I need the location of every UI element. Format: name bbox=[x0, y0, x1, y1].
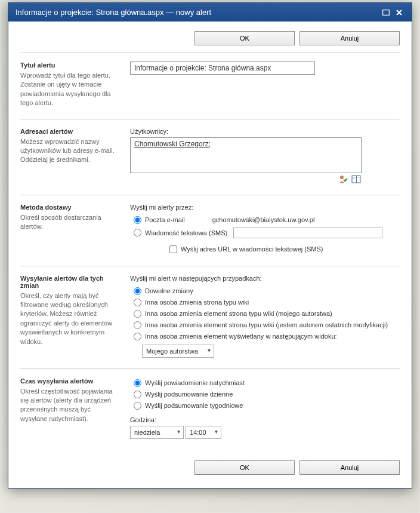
delivery-label: Wyślij mi alerty przez: bbox=[130, 204, 400, 211]
delivery-email-label: Poczta e-mail bbox=[145, 216, 185, 223]
svg-rect-4 bbox=[353, 177, 355, 177]
section-delivery: Metoda dostawy Określ sposób dostarczani… bbox=[20, 195, 400, 266]
recipients-input[interactable]: Chomutowski Grzegorz; bbox=[130, 137, 362, 173]
alert-title-input[interactable] bbox=[130, 62, 315, 75]
ok-button-top[interactable]: OK bbox=[194, 31, 295, 45]
cancel-button-top[interactable]: Anuluj bbox=[299, 31, 400, 45]
section-recipients: Adresaci alertów Możesz wprowadzić nazwy… bbox=[20, 119, 400, 195]
svg-rect-6 bbox=[357, 177, 360, 177]
dialog-body: OK Anuluj Tytuł alertu Wprowadź tytuł dl… bbox=[8, 21, 412, 488]
dialog-titlebar: Informacje o projekcie: Strona główna.as… bbox=[8, 3, 412, 21]
sms-number-input[interactable] bbox=[233, 228, 382, 238]
changes-opt5-label: Inna osoba zmienia element wyświetlany w… bbox=[145, 333, 337, 340]
hour-label: Godzina: bbox=[130, 416, 400, 423]
changes-opt3-radio[interactable] bbox=[134, 310, 141, 318]
alert-dialog: Informacje o projekcie: Strona główna.as… bbox=[8, 2, 412, 489]
delivery-email-radio[interactable] bbox=[134, 216, 141, 224]
check-names-icon[interactable] bbox=[338, 174, 348, 184]
timing-opt3-radio[interactable] bbox=[134, 402, 141, 410]
bottom-button-row: OK Anuluj bbox=[20, 460, 400, 475]
delivery-sms-label: Wiadomość tekstowa (SMS) bbox=[145, 229, 227, 236]
changes-opt4-label: Inna osoba zmienia element strona typu w… bbox=[145, 321, 388, 328]
svg-rect-3 bbox=[356, 176, 357, 183]
section-heading: Metoda dostawy bbox=[20, 204, 118, 211]
time-select[interactable]: 14:00 bbox=[186, 426, 221, 439]
dialog-title: Informacje o projekcie: Strona główna.as… bbox=[16, 8, 378, 17]
changes-opt2-label: Inna osoba zmienia strona typu wiki bbox=[145, 299, 249, 306]
section-desc: Określ, czy alerty mają być filtrowane w… bbox=[20, 291, 118, 346]
sms-url-checkbox[interactable] bbox=[169, 245, 177, 253]
section-heading: Czas wysyłania alertów bbox=[20, 377, 118, 385]
timing-opt2-label: Wyślij podsumowanie dzienne bbox=[145, 391, 233, 398]
section-heading: Tytuł alertu bbox=[20, 62, 118, 69]
section-desc: Określ sposób dostarczania alertów. bbox=[20, 213, 118, 232]
section-desc: Wprowadź tytuł dla tego alertu. Zostanie… bbox=[20, 71, 118, 108]
timing-opt2-radio[interactable] bbox=[134, 391, 141, 398]
svg-point-1 bbox=[340, 176, 344, 179]
section-desc: Określ częstotliwość pojawiania się aler… bbox=[20, 387, 118, 424]
changes-label: Wyślij mi alert w następujących przypadk… bbox=[130, 275, 400, 282]
section-heading: Adresaci alertów bbox=[20, 128, 118, 135]
changes-opt3-label: Inna osoba zmienia element strona typu w… bbox=[145, 310, 332, 317]
cancel-button-bottom[interactable]: Anuluj bbox=[299, 460, 400, 475]
view-select[interactable]: Mojego autorstwa bbox=[142, 345, 214, 358]
changes-opt4-radio[interactable] bbox=[134, 321, 141, 329]
delivery-sms-radio[interactable] bbox=[134, 229, 141, 236]
users-label: Użytkownicy: bbox=[130, 128, 400, 135]
timing-opt3-label: Wyślij podsumowanie tygodniowe bbox=[145, 402, 243, 409]
changes-opt2-radio[interactable] bbox=[134, 299, 141, 306]
section-alert-title: Tytuł alertu Wprowadź tytuł dla tego ale… bbox=[20, 53, 400, 119]
sms-url-label: Wyślij adres URL w wiadomości tekstowej … bbox=[181, 245, 323, 253]
browse-icon[interactable] bbox=[351, 174, 362, 184]
section-heading: Wysyłanie alertów dla tych zmian bbox=[20, 275, 118, 289]
close-icon[interactable] bbox=[394, 8, 404, 17]
svg-rect-5 bbox=[353, 179, 355, 179]
section-changes: Wysyłanie alertów dla tych zmian Określ,… bbox=[20, 266, 400, 368]
delivery-email-value: gchomutowski@bialystok.uw.gov.pl bbox=[212, 216, 315, 223]
section-timing: Czas wysyłania alertów Określ częstotliw… bbox=[20, 368, 400, 450]
top-button-row: OK Anuluj bbox=[20, 31, 400, 45]
changes-opt1-label: Dowolne zmiany bbox=[145, 287, 193, 294]
section-desc: Możesz wprowadzić nazwy użytkowników lub… bbox=[20, 137, 118, 165]
maximize-icon[interactable] bbox=[381, 8, 391, 17]
changes-opt5-radio[interactable] bbox=[134, 333, 141, 340]
day-select[interactable]: niedziela bbox=[130, 426, 184, 439]
timing-opt1-label: Wyślij powiadomienie natychmiast bbox=[145, 379, 245, 386]
changes-opt1-radio[interactable] bbox=[134, 287, 141, 295]
svg-rect-0 bbox=[383, 10, 390, 15]
timing-opt1-radio[interactable] bbox=[134, 379, 141, 387]
ok-button-bottom[interactable]: OK bbox=[194, 460, 295, 475]
